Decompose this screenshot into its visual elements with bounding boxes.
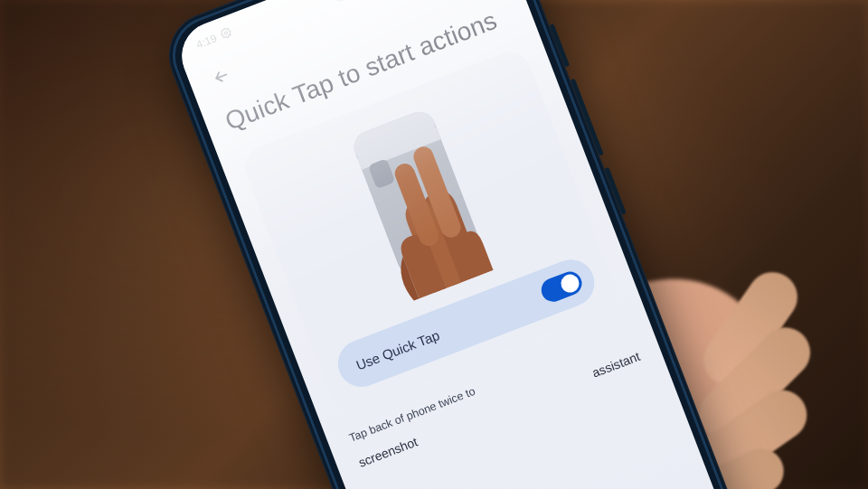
svg-point-0 xyxy=(224,31,228,34)
status-time: 4:19 xyxy=(194,32,219,51)
toggle-switch-on[interactable] xyxy=(538,268,585,306)
phone-screen: 4:19 xyxy=(172,0,745,489)
back-button[interactable] xyxy=(206,61,237,92)
toggle-label: Use Quick Tap xyxy=(354,326,441,372)
option-screenshot[interactable]: screenshot xyxy=(356,434,420,469)
option-assistant[interactable]: assistant xyxy=(590,349,642,381)
photo-background: 4:19 xyxy=(0,0,868,489)
side-button xyxy=(604,167,626,215)
side-button xyxy=(550,24,571,67)
phone-frame: 4:19 xyxy=(156,0,764,489)
gear-icon xyxy=(219,25,234,42)
